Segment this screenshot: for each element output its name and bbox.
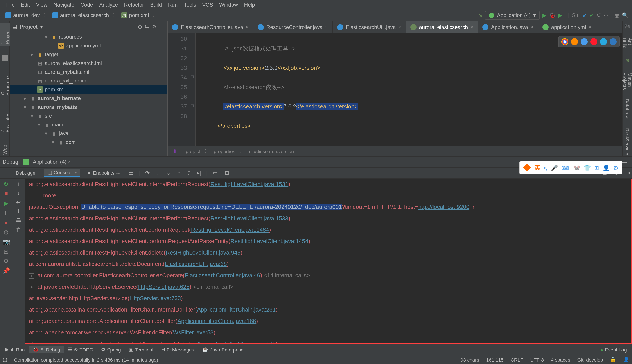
git-revert-icon[interactable]: ⤺ — [604, 12, 608, 18]
soft-wrap-icon[interactable]: ↩ — [16, 199, 21, 205]
console-output[interactable]: at org.elasticsearch.client.RestHighLeve… — [24, 178, 632, 344]
clear-icon[interactable]: 🗑 — [16, 226, 21, 233]
step-out-icon[interactable]: ↑ — [176, 170, 182, 176]
evaluate-icon[interactable]: ▭ — [211, 170, 220, 176]
indent-info[interactable]: 4 spaces — [551, 357, 570, 362]
mute-breakpoints-icon[interactable]: ⊘ — [4, 228, 9, 236]
project-tool-button[interactable]: 1: Project — [0, 23, 10, 46]
tree-item[interactable]: ▾▮main — [10, 120, 167, 129]
console-tab[interactable]: ⬚ Console⊸ — [44, 169, 80, 177]
editor-tab[interactable]: ResourceController.java× — [253, 21, 333, 33]
javaee-tool-button[interactable]: ☕ Java Enterprise — [198, 346, 247, 353]
endpoints-tab[interactable]: ✷ Endpoints⊸ — [84, 169, 123, 176]
close-icon[interactable]: × — [325, 24, 328, 30]
tree-item[interactable]: ▸▮aurora_hibernate — [10, 94, 167, 103]
maven-icon[interactable]: m — [626, 57, 629, 64]
ime-punct-icon[interactable]: •, — [544, 164, 547, 171]
print-icon[interactable]: 🖶 — [16, 217, 21, 224]
force-step-into-icon[interactable]: ⇓ — [164, 170, 172, 176]
tree-item[interactable]: ▸▮target — [10, 50, 167, 59]
pin-icon[interactable]: 📌 — [2, 267, 10, 274]
breadcrumb-item[interactable]: properties — [214, 148, 235, 154]
stop-icon[interactable]: ■ — [4, 190, 8, 197]
editor-tab[interactable]: application.yml× — [538, 21, 596, 33]
database-tool-button[interactable]: Database — [625, 99, 630, 119]
messages-tool-button[interactable]: ⊞ 0: Messages — [158, 346, 198, 353]
pause-icon[interactable]: ⏸ — [3, 209, 9, 216]
breadcrumb-item[interactable]: project — [186, 148, 200, 154]
git-history-icon[interactable]: ↺ — [596, 12, 601, 18]
editor-tab[interactable]: aurora_elasticsearch× — [406, 21, 478, 33]
search-icon[interactable]: 🔍 — [622, 12, 628, 18]
ime-tools-icon[interactable]: ⊞ — [594, 164, 599, 171]
code-editor[interactable]: <!--json数据格式处理工具--> <xxljob.version>2.3.… — [196, 33, 622, 146]
ant-tool-button[interactable]: Ant Build — [622, 38, 632, 48]
unknown-tool-icon[interactable] — [2, 55, 8, 61]
menu-navigate[interactable]: Navigate — [51, 1, 77, 9]
drop-frame-icon[interactable]: ⤴ — [186, 170, 192, 176]
ime-toolbar[interactable]: 英 •, 🎤 ⌨ 🐭 👕 ⊞ 👤 ⚙ — [519, 161, 622, 174]
down-icon[interactable]: ↓ — [17, 190, 20, 196]
ime-mic-icon[interactable]: 🎤 — [551, 164, 558, 171]
ant-icon[interactable]: 🐜 — [624, 23, 631, 29]
git-branch[interactable]: Git: develop — [577, 357, 603, 362]
git-commit-icon[interactable]: ✔ — [590, 12, 594, 18]
menu-edit[interactable]: Edit — [18, 1, 32, 9]
menu-tools[interactable]: Tools — [181, 1, 199, 9]
hide-icon[interactable]: — — [159, 24, 164, 30]
safari-icon[interactable] — [581, 38, 588, 45]
trace-icon[interactable]: ⊟ — [223, 170, 231, 176]
breadcrumb-module[interactable]: aurora_elasticsearch — [50, 11, 110, 19]
status-icon[interactable]: ▢ — [3, 357, 7, 362]
breakpoints-icon[interactable]: ● — [4, 219, 8, 226]
pin-icon[interactable]: ⊸ — [624, 170, 632, 176]
menu-code[interactable]: Code — [78, 1, 96, 9]
run-to-cursor-icon[interactable]: ▸| — [195, 170, 203, 176]
close-icon[interactable]: × — [589, 24, 592, 30]
step-into-icon[interactable]: ↓ — [155, 170, 161, 176]
lock-icon[interactable]: 🔒 — [610, 357, 616, 362]
menu-run[interactable]: Run — [165, 1, 180, 9]
ime-skin-icon[interactable]: 👕 — [584, 164, 591, 171]
event-log-button[interactable]: ● Event Log — [597, 346, 630, 353]
run-button[interactable]: ▶ — [542, 12, 546, 18]
file-encoding[interactable]: UTF-8 — [530, 357, 544, 362]
restservices-tool-button[interactable]: RestServices — [625, 128, 630, 157]
tree-item[interactable]: ▤aurora_xxl_job.iml — [10, 76, 167, 85]
menu-build[interactable]: Build — [148, 1, 164, 9]
rerun-icon[interactable]: ↻ — [4, 180, 9, 188]
close-icon[interactable]: × — [530, 24, 533, 30]
caret-position[interactable]: 161:115 — [486, 357, 504, 362]
tree-item[interactable]: ▾▮resources — [10, 32, 167, 41]
fold-gutter[interactable]: ⊟ ⊟ — [190, 33, 196, 146]
expand-icon[interactable]: + — [29, 285, 34, 290]
close-icon[interactable]: × — [398, 24, 401, 30]
layout-settings-icon[interactable]: ⊞ — [4, 248, 9, 255]
terminal-tool-button[interactable]: ▣ Terminal — [125, 346, 157, 353]
firefox-icon[interactable] — [571, 38, 578, 45]
ime-settings-icon[interactable]: ⚙ — [613, 164, 618, 171]
menu-vcs[interactable]: VCS — [200, 1, 216, 9]
menu-help[interactable]: Help — [242, 1, 258, 9]
maven-tool-button[interactable]: Maven Projects — [622, 72, 632, 90]
step-over-icon[interactable]: ↷ — [144, 170, 152, 176]
build-icon[interactable]: ↘ — [478, 12, 482, 18]
expand-icon[interactable]: + — [29, 274, 34, 279]
line-separator[interactable]: CRLF — [511, 357, 523, 362]
tree-item[interactable]: ▤aurora_mybatis.iml — [10, 68, 167, 76]
menu-analyze[interactable]: Analyze — [96, 1, 120, 9]
structure-tool-button[interactable]: 7: Structure — [0, 70, 10, 97]
breadcrumb-item[interactable]: elasticsearch.version — [249, 148, 294, 154]
ime-user-icon[interactable]: 👤 — [602, 164, 610, 171]
menu-file[interactable]: FFileile — [4, 1, 17, 9]
opera-icon[interactable] — [590, 38, 597, 45]
tree-item[interactable]: ▾▮src — [10, 112, 167, 120]
settings-icon[interactable]: ⚙ — [152, 24, 157, 30]
expand-all-icon[interactable]: ⇆ — [145, 24, 149, 30]
line-gutter[interactable]: 303132333435363738 — [168, 33, 190, 146]
favorites-tool-button[interactable]: 2: Favorites — [0, 106, 10, 134]
close-icon[interactable]: × — [470, 24, 473, 30]
coverage-button[interactable]: ▶ — [558, 12, 562, 18]
breadcrumb-root[interactable]: aurora_dev — [4, 11, 42, 19]
settings-icon[interactable]: ⚙ — [3, 258, 9, 264]
